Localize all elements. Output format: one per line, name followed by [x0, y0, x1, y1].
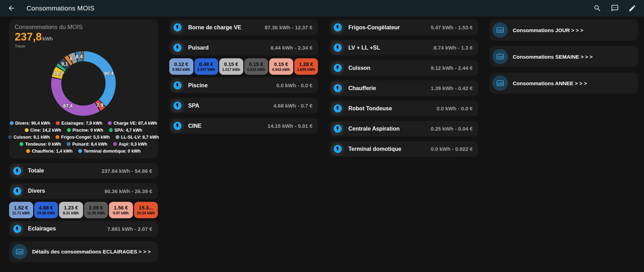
consumption-row[interactable]: Chaufferie1.39 kWh - 0.42 € [330, 80, 478, 96]
svg-text:123: 123 [17, 250, 22, 253]
legend-text: Terminal domotique: 0 kWh [84, 149, 141, 154]
row-value: 4.68 kWh - 0.7 € [273, 103, 312, 109]
row-label: Totale [28, 168, 44, 174]
consumption-row[interactable]: Centrale Aspiration0.25 kWh - 0.04 € [330, 121, 478, 137]
legend-text: SPA: 4,7 kWh [114, 128, 142, 133]
legend-item: Chaufferie: 1,4 kWh [26, 149, 73, 154]
row-label: Cuisson [348, 65, 370, 71]
consumption-row[interactable]: Totale237.84 kWh - 54.86 € [9, 163, 158, 179]
consumption-row[interactable]: Eclairages7.881 kWh - 2.07 € [9, 221, 158, 237]
legend-dot [56, 121, 60, 125]
donut-segment-label: 8,4 [76, 53, 83, 59]
tariff-chip[interactable]: 0.12 €0.963 kWh [169, 58, 193, 75]
row-value: 7.881 kWh - 2.07 € [108, 226, 152, 232]
chip-cost: 2.09 € [89, 205, 103, 211]
legend-text: Frigos-Congel: 5,5 kWh [61, 135, 110, 140]
counter-icon: 123 [493, 49, 508, 64]
chip-energy: 11.05 kWh [87, 211, 105, 215]
chip-cost: 1.52 € [14, 205, 28, 211]
tariff-chip[interactable]: 0.48 €3.007 kWh [194, 58, 219, 75]
donut-segment-label: 14,2 [53, 71, 63, 76]
consumption-row[interactable]: Robot Tondeuse0.0 kWh - 0.0 € [330, 101, 478, 116]
arrow-left-icon [7, 4, 15, 12]
svg-text:123: 123 [498, 55, 503, 59]
legend-text: Cine: 14,2 kWh [30, 128, 61, 133]
legend-text: Divers: 90,4 kWh [15, 121, 50, 126]
tariff-chip[interactable]: 0.15 €0.815 kWh [244, 58, 268, 75]
svg-text:123: 123 [498, 82, 503, 85]
legend-dot [67, 142, 71, 146]
flash-icon [171, 99, 184, 112]
svg-text:123: 123 [498, 29, 503, 32]
message-icon [611, 4, 619, 12]
consumption-row[interactable]: Borne de charge VE87.36 kWh - 12.37 € [169, 20, 318, 35]
consumption-row[interactable]: Cuisson9.12 kWh - 2.44 € [330, 60, 478, 76]
legend-item: Puisard: 8,4 kWh [67, 142, 108, 147]
consumption-row[interactable]: Frigos-Congèlateur5.47 kWh - 1.53 € [330, 20, 478, 35]
consumption-row[interactable]: Puisard8.44 kWh - 2.34 € [169, 40, 318, 56]
back-button[interactable] [4, 1, 18, 15]
row-value: 8.44 kWh - 2.34 € [271, 45, 312, 51]
flash-icon [10, 222, 24, 235]
row-value: 0.0 kWh - 0.022 € [431, 146, 473, 152]
tariff-chip[interactable]: 1.28 €1.695 kWh [294, 58, 318, 75]
tariff-chip[interactable]: 1.23 €8.31 kWh [59, 202, 83, 218]
donut-segment [61, 66, 62, 68]
legend-dot [78, 149, 82, 153]
tariff-chip[interactable]: 2.09 €11.05 kWh [84, 202, 108, 218]
consumption-row[interactable]: LV + LL +SL8.74 kWh - 1.3 € [330, 40, 478, 56]
tariff-chips-puisard: 0.12 €0.963 kWh0.48 €3.007 kWh0.15 €1.01… [169, 58, 318, 75]
nav-semaine-button[interactable]: 123Consommations SEMAINE > > > [490, 46, 638, 67]
row-label: Frigos-Congèlateur [348, 24, 400, 31]
consumption-row[interactable]: Terminal domotique0.0 kWh - 0.022 € [330, 141, 478, 157]
row-label: Robot Tondeuse [348, 105, 392, 112]
legend-dot [26, 149, 30, 153]
legend-item: Terminal domotique: 0 kWh [78, 149, 141, 154]
legend-dot [116, 135, 119, 139]
search-icon [593, 4, 601, 12]
tariff-chip[interactable]: 15.3...20.24 kWh [134, 202, 158, 218]
chart-legend: Divers: 90,4 kWhEclairages: 7,9 kWhCharg… [15, 121, 152, 154]
assist-button[interactable] [608, 1, 622, 15]
flash-icon [331, 102, 344, 115]
details-eclairages-button[interactable]: 123 Détails des consommations ECLAIRAGES… [9, 241, 158, 262]
total-unit: kWh [43, 36, 53, 42]
consumption-row[interactable]: SPA4.68 kWh - 0.7 € [169, 98, 318, 113]
nav-annee-button[interactable]: 123Consommations ANNEE > > > [490, 73, 638, 94]
row-label: Terminal domotique [348, 146, 401, 152]
legend-item: Eclairages: 7,9 kWh [56, 121, 102, 126]
legend-dot [67, 128, 71, 132]
chip-energy: 20.24 kWh [137, 211, 155, 215]
donut-segment-label: 9,1 [61, 61, 68, 66]
flash-icon [10, 184, 24, 198]
tariff-chip[interactable]: 1.52 €11.71 kWh [9, 202, 33, 218]
consumption-row[interactable]: Piscine0.0 kWh - 0.0 € [169, 78, 318, 93]
consumption-row[interactable]: Divers90.36 kWh - 26.39 € [9, 183, 158, 199]
row-label: Centrale Aspiration [348, 126, 400, 132]
legend-item: LL-SL-LV: 8,7 kWh [116, 135, 159, 140]
chip-energy: 9.97 kWh [113, 211, 129, 215]
total-label: Totale [15, 44, 152, 48]
tariff-chip[interactable]: 0.15 €1.017 kWh [219, 58, 243, 75]
nav-label: Consommations ANNEE > > > [513, 80, 587, 86]
chip-energy: 1.017 kWh [222, 67, 240, 72]
legend-item: Tondeuse: 0 kWh [20, 142, 61, 147]
tariff-chip[interactable]: 4.68 €29.08 kWh [34, 202, 58, 218]
tariff-chip[interactable]: 0.15 €0.943 kWh [269, 58, 293, 75]
chip-energy: 3.007 kWh [197, 67, 215, 72]
row-label: Piscine [188, 82, 208, 89]
row-value: 90.36 kWh - 26.39 € [104, 188, 152, 194]
chip-cost: 0.48 € [199, 61, 213, 67]
search-button[interactable] [590, 1, 604, 15]
summary-card: Consommations du MOIS 237,8 kWh Totale 9… [9, 20, 158, 159]
row-value: 8.74 kWh - 1.3 € [434, 45, 473, 51]
row-value: 0.25 kWh - 0.04 € [431, 126, 473, 132]
legend-text: LL-SL-LV: 8,7 kWh [121, 135, 159, 140]
tariff-chip[interactable]: 1.56 €9.97 kWh [109, 202, 133, 218]
row-label: Divers [28, 188, 45, 194]
legend-item: Aspi: 0,3 kWh [113, 142, 147, 147]
consumption-row[interactable]: CINE14.15 kWh - 5.01 € [169, 118, 318, 134]
legend-dot [113, 142, 117, 146]
nav-jour-button[interactable]: 123Consommations JOUR > > > [490, 20, 638, 41]
edit-button[interactable] [625, 1, 639, 15]
